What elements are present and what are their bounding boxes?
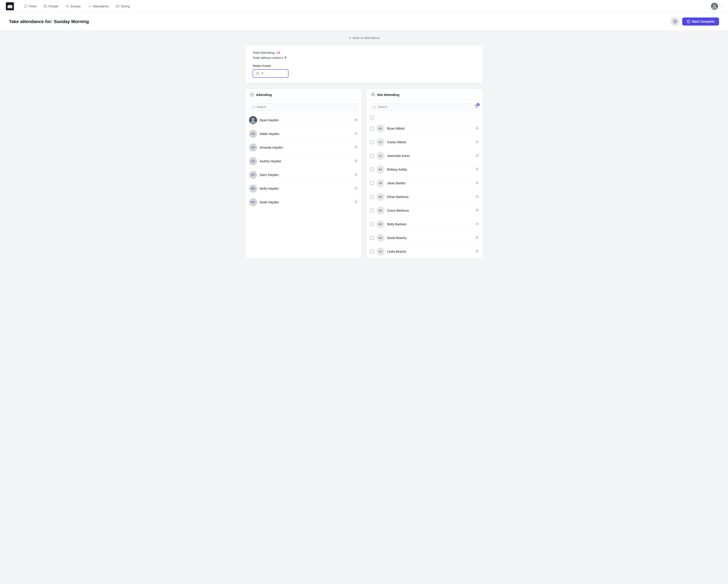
user-plus-icon	[476, 195, 479, 198]
person-name: Casey Abbott	[387, 140, 473, 144]
svg-point-51	[476, 168, 477, 169]
person-checkbox[interactable]	[370, 195, 374, 199]
header-actions: Mark Complete	[671, 17, 719, 26]
chart-icon	[88, 4, 91, 8]
person-name: Janet Bartels	[387, 182, 473, 185]
visitor-count-field[interactable]	[253, 69, 288, 78]
nav-feed[interactable]: Feed	[22, 3, 39, 10]
person-checkbox[interactable]	[370, 222, 374, 226]
not-attending-list-item: EB Ethan Bartimus	[367, 190, 483, 204]
person-checkbox[interactable]	[370, 236, 374, 240]
person-checkbox[interactable]	[370, 168, 374, 171]
attending-list-item: AH Audrey Hayden	[245, 155, 362, 168]
add-person-button[interactable]	[476, 140, 479, 144]
add-person-button[interactable]	[476, 236, 479, 240]
person-avatar: CA	[376, 138, 385, 146]
nav-people[interactable]: People	[41, 3, 61, 10]
person-avatar: BA	[376, 124, 385, 133]
giving-icon	[116, 4, 119, 8]
person-checkbox[interactable]	[370, 182, 374, 185]
add-person-button[interactable]	[355, 132, 358, 136]
user-plus-icon	[476, 167, 479, 171]
add-person-button[interactable]	[476, 154, 479, 158]
user-plus-icon	[476, 154, 479, 157]
filter-button[interactable]: 0	[473, 104, 479, 110]
person-checkbox[interactable]	[370, 250, 374, 253]
gear-icon	[673, 20, 677, 24]
svg-rect-7	[116, 5, 119, 7]
person-name: Molly Hayden	[260, 187, 352, 190]
user-plus-icon	[355, 132, 358, 135]
add-person-button[interactable]	[355, 173, 358, 177]
person-avatar: AH	[249, 130, 257, 138]
svg-point-39	[373, 106, 375, 108]
not-attending-list-item: BB Betty Basham	[367, 218, 483, 231]
add-person-button[interactable]	[355, 145, 358, 150]
attending-search-input-wrap[interactable]	[249, 103, 358, 111]
attendance-columns: Attending Ryan Hayden AH Addie Hayden	[245, 89, 483, 258]
logo[interactable]: 📖	[5, 2, 15, 11]
not-attending-list-item: LB Linda Beachy	[367, 245, 483, 258]
user-plus-icon	[355, 187, 358, 190]
person-avatar: JA	[376, 152, 385, 160]
attending-list-item: DH Darci Hayden	[245, 168, 362, 182]
add-person-button[interactable]	[355, 118, 358, 122]
person-name: Amanda Hayden	[260, 146, 352, 149]
attending-panel: Attending Ryan Hayden AH Addie Hayden	[245, 89, 362, 258]
add-person-button[interactable]	[476, 181, 479, 186]
add-person-button[interactable]	[476, 250, 479, 254]
nav-groups[interactable]: Groups	[63, 3, 83, 10]
add-person-button[interactable]	[355, 159, 358, 163]
svg-point-23	[355, 146, 356, 147]
person-checkbox[interactable]	[370, 209, 374, 212]
add-person-button[interactable]	[476, 222, 479, 226]
attending-list-item: NH Noah Hayden	[245, 195, 362, 209]
search-icon	[252, 105, 255, 109]
add-person-button[interactable]	[476, 208, 479, 213]
nav-right	[710, 2, 723, 10]
not-attending-list-item: JA Jeannette Annis	[367, 149, 483, 163]
search-icon	[373, 105, 376, 109]
add-person-button[interactable]	[476, 127, 479, 131]
person-checkbox[interactable]	[370, 154, 374, 158]
select-all-checkbox[interactable]	[370, 116, 374, 119]
add-person-button[interactable]	[476, 167, 479, 172]
person-avatar: GB	[376, 206, 385, 215]
not-attending-search-input[interactable]	[378, 105, 469, 109]
back-to-attendance-link[interactable]: Back to Attendance	[245, 36, 483, 40]
user-menu-button[interactable]	[710, 2, 723, 10]
main-content: Back to Attendance Total Attending: 14 T…	[241, 31, 488, 264]
person-avatar: JB	[376, 179, 385, 187]
nav-giving[interactable]: Giving	[113, 3, 132, 10]
page-header: Take attendance for: Sunday Morning Mark…	[0, 12, 728, 31]
settings-button[interactable]	[671, 17, 679, 26]
mark-complete-button[interactable]: Mark Complete	[682, 18, 719, 26]
not-attending-list-item: BA Bryar Abbott	[367, 122, 483, 135]
nav-attendance[interactable]: Attendance	[85, 3, 111, 10]
add-person-button[interactable]	[355, 200, 358, 204]
svg-point-16	[252, 118, 255, 121]
add-person-button[interactable]	[355, 187, 358, 191]
svg-point-42	[476, 127, 477, 128]
arrow-left-icon	[348, 36, 351, 39]
user-plus-icon	[476, 250, 479, 253]
select-all-row[interactable]	[367, 113, 483, 122]
person-avatar: DB	[376, 234, 385, 242]
person-checkbox[interactable]	[370, 127, 374, 130]
attending-list: Ryan Hayden AH Addie Hayden AH Amanda Ha…	[245, 113, 362, 209]
total-without-visitors-line: Total without visitors: 7	[253, 56, 476, 60]
visitor-section: Visitor Count	[253, 64, 476, 78]
visitor-count-input[interactable]	[262, 72, 280, 75]
svg-point-38	[372, 93, 373, 94]
not-attending-search-input-wrap[interactable]	[370, 103, 472, 111]
add-person-button[interactable]	[476, 195, 479, 199]
svg-point-2	[44, 5, 45, 6]
person-name: Noah Hayden	[260, 200, 352, 204]
person-avatar: LB	[376, 248, 385, 256]
svg-point-60	[476, 209, 477, 210]
user-plus-icon	[476, 222, 479, 226]
not-attending-list-item: JB Janet Bartels	[367, 176, 483, 190]
person-checkbox[interactable]	[370, 140, 374, 144]
attending-search-input[interactable]	[257, 105, 355, 109]
svg-point-12	[256, 72, 258, 73]
